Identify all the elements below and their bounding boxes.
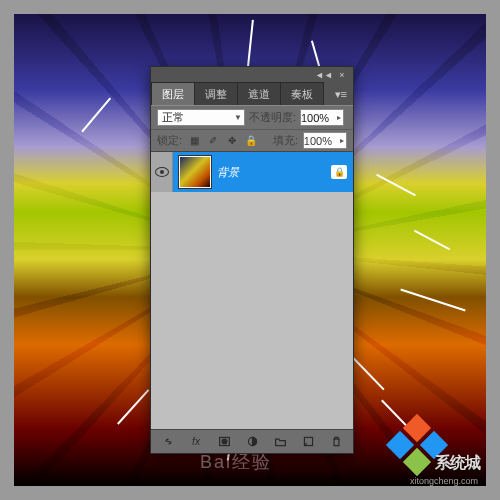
lock-label: 锁定:	[157, 133, 182, 148]
layer-row-background[interactable]: 背景 🔒	[151, 152, 353, 192]
panel-titlebar: ◄◄ ×	[151, 67, 353, 83]
watermark-center: Bai经验	[200, 450, 272, 474]
layers-panel: ◄◄ × 图层 调整 遮道 奏板 ▾≡ 正常 ▼ 不透明度: 100% ▸ 锁定…	[150, 66, 354, 454]
watermark-url: xitongcheng.com	[410, 476, 478, 486]
lock-fill-row: 锁定: ▦ ✐ ✥ 🔒 填充: 100% ▸	[151, 129, 353, 151]
svg-point-1	[222, 439, 227, 444]
link-layers-icon[interactable]	[161, 434, 176, 449]
delete-layer-icon[interactable]	[329, 434, 344, 449]
fill-field[interactable]: 100% ▸	[303, 132, 347, 149]
watermark-brand: 系统城	[435, 453, 480, 474]
lock-pixels-icon[interactable]: ✐	[206, 134, 220, 148]
lock-position-icon[interactable]: ✥	[225, 134, 239, 148]
collapse-icon[interactable]: ◄◄	[315, 70, 329, 80]
lock-transparent-icon[interactable]: ▦	[187, 134, 201, 148]
visibility-toggle[interactable]	[151, 152, 173, 192]
group-icon[interactable]	[273, 434, 288, 449]
eye-icon	[155, 167, 169, 177]
tab-adjustments[interactable]: 调整	[194, 82, 238, 105]
layer-thumbnail[interactable]	[179, 156, 211, 188]
panel-tabs: 图层 调整 遮道 奏板 ▾≡	[151, 83, 353, 105]
panel-menu-icon[interactable]: ▾≡	[329, 84, 353, 105]
blend-mode-select[interactable]: 正常 ▼	[157, 109, 245, 126]
fill-value: 100%	[304, 135, 332, 147]
dropdown-arrow-icon: ▸	[340, 136, 344, 145]
close-icon[interactable]: ×	[337, 70, 347, 80]
fx-icon[interactable]: fx	[189, 434, 204, 449]
dropdown-arrow-icon: ▼	[234, 113, 242, 122]
blend-mode-value: 正常	[162, 110, 184, 125]
opacity-field[interactable]: 100% ▸	[300, 109, 344, 126]
tab-layers[interactable]: 图层	[151, 82, 195, 105]
mask-icon[interactable]	[217, 434, 232, 449]
new-layer-icon[interactable]	[301, 434, 316, 449]
tab-paths[interactable]: 奏板	[280, 82, 324, 105]
layer-lock-icon[interactable]: 🔒	[331, 165, 347, 179]
lock-all-icon[interactable]: 🔒	[244, 134, 258, 148]
tab-channels[interactable]: 遮道	[237, 82, 281, 105]
fill-label: 填充:	[273, 133, 298, 148]
blend-opacity-row: 正常 ▼ 不透明度: 100% ▸	[151, 105, 353, 129]
opacity-label: 不透明度:	[249, 110, 296, 125]
adjustment-layer-icon[interactable]	[245, 434, 260, 449]
layer-name[interactable]: 背景	[217, 165, 331, 180]
layers-list[interactable]: 背景 🔒	[151, 151, 353, 429]
dropdown-arrow-icon: ▸	[337, 113, 341, 122]
opacity-value: 100%	[301, 112, 329, 124]
